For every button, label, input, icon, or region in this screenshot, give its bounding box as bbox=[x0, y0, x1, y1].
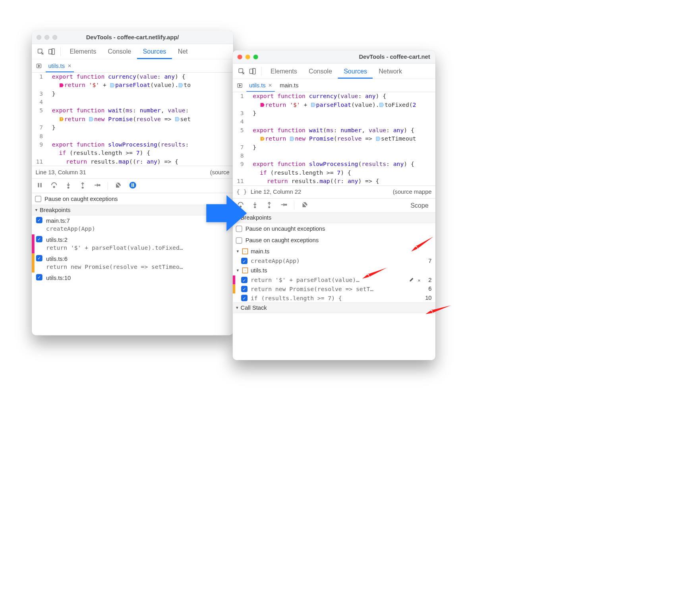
svg-text:?: ? bbox=[261, 137, 263, 141]
close-icon[interactable]: ✕ bbox=[68, 63, 72, 69]
breakpoints-header[interactable]: ▼ Breakpoints bbox=[32, 205, 233, 216]
conditional-icon: ? bbox=[59, 116, 64, 121]
checkbox-checked[interactable]: ✓ bbox=[36, 236, 43, 242]
breakpoint-line: 2 bbox=[424, 276, 432, 283]
transition-arrow bbox=[204, 191, 249, 237]
svg-point-11 bbox=[130, 181, 136, 188]
inspect-icon[interactable] bbox=[236, 68, 247, 74]
breakpoint-item[interactable]: ✓ utils.ts:6 return new Promise(resolve … bbox=[32, 253, 233, 272]
breakpoint-item[interactable]: ✓ utils.ts:2 return '$' + parseFloat(val… bbox=[32, 234, 233, 253]
checkbox-checked[interactable]: ✓ bbox=[241, 258, 248, 264]
breakpoint-row[interactable]: ✓ return '$' + parseFloat(value)… ✕ 2 bbox=[233, 276, 435, 285]
pause-uncaught-row[interactable]: Pause on uncaught exceptions bbox=[233, 223, 435, 235]
window-title: DevTools - coffee-cart.netlify.app/ bbox=[32, 34, 233, 41]
tab-elements[interactable]: Elements bbox=[64, 44, 102, 59]
step-icon[interactable] bbox=[93, 181, 101, 191]
window-titlebar: DevTools - coffee-cart.netlify.app/ bbox=[32, 31, 233, 44]
tab-network[interactable]: Net bbox=[172, 44, 193, 59]
close-dot[interactable] bbox=[238, 54, 242, 59]
svg-rect-12 bbox=[131, 183, 132, 187]
resume-icon[interactable] bbox=[235, 81, 244, 90]
step-into-icon[interactable] bbox=[65, 181, 72, 191]
step-into-icon[interactable] bbox=[251, 201, 259, 210]
zoom-dot[interactable] bbox=[253, 54, 258, 59]
tab-sources[interactable]: Sources bbox=[338, 64, 373, 79]
breakpoint-row[interactable]: ✓ if (results.length >= 7) { 10 bbox=[233, 293, 435, 303]
checkbox-checked[interactable]: ✓ bbox=[241, 277, 248, 283]
deactivate-breakpoints-icon[interactable] bbox=[115, 181, 122, 191]
pause-caught-label: Pause on caught exceptions bbox=[246, 237, 319, 244]
group-file-label: utils.ts bbox=[251, 267, 267, 274]
step-icon[interactable] bbox=[280, 201, 287, 210]
breakpoint-item[interactable]: ✓ utils.ts:10 bbox=[32, 272, 233, 284]
file-tab-utils[interactable]: utils.ts ✕ bbox=[46, 59, 74, 72]
svg-rect-6 bbox=[41, 183, 42, 187]
checkbox-checked[interactable]: ✓ bbox=[36, 255, 43, 261]
minimize-dot[interactable] bbox=[44, 35, 49, 40]
call-stack-header[interactable]: ▼ Call Stack bbox=[233, 303, 435, 313]
call-stack-label: Call Stack bbox=[241, 304, 267, 311]
tab-sources[interactable]: Sources bbox=[137, 44, 172, 59]
disclosure-triangle-icon: ▼ bbox=[35, 208, 38, 212]
checkbox-checked[interactable]: ✓ bbox=[241, 286, 248, 292]
step-out-icon[interactable] bbox=[265, 201, 273, 210]
pause-caught-label: Pause on caught exceptions bbox=[44, 195, 118, 202]
breakpoint-icon bbox=[178, 82, 183, 87]
tab-console[interactable]: Console bbox=[102, 44, 137, 59]
logpoint-icon bbox=[260, 101, 265, 106]
breakpoint-row[interactable]: ✓ return new Promise(resolve => setT… 6 bbox=[233, 284, 435, 293]
checkbox-checked[interactable]: ✓ bbox=[36, 274, 43, 280]
checkbox-checked[interactable]: ✓ bbox=[36, 217, 43, 223]
pause-exceptions-icon[interactable] bbox=[129, 181, 137, 191]
breakpoint-file: main.ts:7 bbox=[46, 217, 230, 225]
device-icon[interactable] bbox=[247, 68, 258, 74]
code-editor[interactable]: 1export function currency(value: any) { … bbox=[233, 92, 435, 185]
deactivate-breakpoints-icon[interactable] bbox=[301, 201, 309, 210]
file-tab-main[interactable]: main.ts bbox=[277, 79, 301, 92]
breakpoint-code: createApp(App) bbox=[251, 258, 421, 264]
scope-tab[interactable]: Scope bbox=[408, 202, 431, 209]
disclosure-triangle-icon: ▼ bbox=[236, 249, 240, 254]
code-editor[interactable]: 1export function currency(value: any) { … bbox=[32, 73, 233, 166]
svg-point-10 bbox=[99, 184, 100, 185]
close-icon[interactable]: ✕ bbox=[268, 83, 272, 89]
device-icon[interactable] bbox=[46, 48, 57, 55]
breakpoint-icon bbox=[175, 116, 180, 121]
conditional-edge bbox=[32, 253, 35, 272]
inspect-icon[interactable] bbox=[35, 48, 46, 55]
breakpoints-header[interactable]: ▼ Breakpoints bbox=[233, 212, 435, 223]
breakpoint-group-main[interactable]: ▼ ◦ main.ts bbox=[233, 246, 435, 256]
checkbox-checked[interactable]: ✓ bbox=[241, 295, 248, 301]
main-tabs: Elements Console Sources Network bbox=[233, 64, 435, 79]
main-tabs: Elements Console Sources Net bbox=[32, 44, 233, 60]
file-tab-utils[interactable]: utils.ts ✕ bbox=[246, 79, 275, 92]
tab-elements[interactable]: Elements bbox=[265, 64, 303, 79]
edit-icon[interactable] bbox=[409, 277, 414, 283]
tab-console[interactable]: Console bbox=[303, 64, 338, 79]
minimize-dot[interactable] bbox=[246, 54, 250, 59]
svg-rect-5 bbox=[38, 183, 39, 187]
breakpoint-code: if (results.length >= 7) { bbox=[251, 295, 421, 301]
breakpoint-icon bbox=[376, 135, 381, 141]
breakpoint-item[interactable]: ✓ main.ts:7 createApp(App) bbox=[32, 215, 233, 234]
step-out-icon[interactable] bbox=[79, 181, 87, 191]
debugger-toolbar bbox=[32, 179, 233, 193]
pause-caught-row[interactable]: Pause on caught exceptions bbox=[32, 193, 233, 204]
resume-icon[interactable] bbox=[35, 61, 44, 70]
close-dot[interactable] bbox=[37, 35, 41, 40]
breakpoints-list: ✓ main.ts:7 createApp(App) ✓ utils.ts:2 … bbox=[32, 215, 233, 284]
pause-caught-row[interactable]: Pause on caught exceptions bbox=[233, 235, 435, 246]
group-file-label: main.ts bbox=[251, 248, 269, 255]
zoom-dot[interactable] bbox=[52, 35, 57, 40]
breakpoint-file: utils.ts:10 bbox=[46, 274, 230, 282]
step-over-icon[interactable] bbox=[50, 181, 58, 191]
checkbox-unchecked[interactable] bbox=[35, 196, 41, 202]
breakpoint-group-utils[interactable]: ▼ ◦ utils.ts bbox=[233, 265, 435, 275]
breakpoint-code: createApp(App) bbox=[46, 225, 230, 233]
delete-icon[interactable]: ✕ bbox=[418, 277, 420, 283]
pause-icon[interactable] bbox=[36, 181, 44, 191]
editor-statusbar: { } Line 12, Column 22 (source mappe bbox=[233, 185, 435, 198]
tab-network[interactable]: Network bbox=[373, 64, 408, 79]
breakpoint-row[interactable]: ✓ createApp(App) 7 bbox=[233, 257, 435, 266]
checkbox-unchecked[interactable] bbox=[236, 237, 242, 244]
